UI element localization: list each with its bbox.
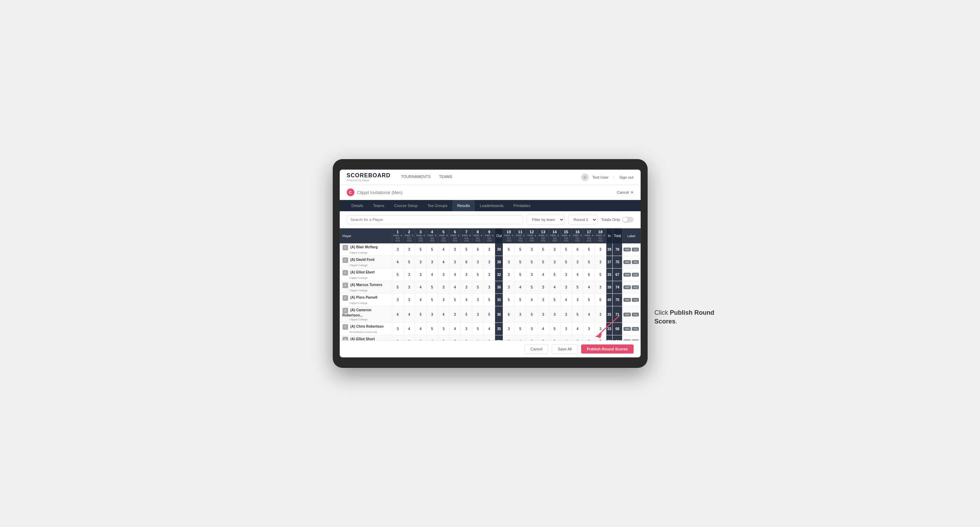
score-out-6[interactable]: 3 bbox=[449, 306, 461, 323]
dq-badge[interactable]: DQ bbox=[632, 260, 639, 264]
score-in-15[interactable]: 5 bbox=[560, 243, 572, 256]
score-out-6[interactable]: 3 bbox=[449, 256, 461, 268]
score-out-5[interactable]: 3 bbox=[438, 268, 449, 281]
score-out-4[interactable]: 4 bbox=[426, 268, 438, 281]
score-in-11[interactable]: 5 bbox=[515, 268, 526, 281]
score-out-8[interactable]: 5 bbox=[472, 268, 484, 281]
score-out-7[interactable]: 3 bbox=[461, 323, 473, 335]
score-in-18[interactable]: 3 bbox=[595, 243, 606, 256]
nav-tournaments[interactable]: TOURNAMENTS bbox=[401, 175, 431, 180]
publish-round-scores-button[interactable]: Publish Round Scores bbox=[581, 344, 633, 354]
score-in-15[interactable]: 3 bbox=[560, 268, 572, 281]
score-in-18[interactable]: 6 bbox=[595, 294, 606, 306]
wd-badge[interactable]: WD bbox=[624, 260, 631, 264]
score-in-15[interactable]: 3 bbox=[560, 323, 572, 335]
score-in-16[interactable]: 5 bbox=[572, 306, 583, 323]
score-out-5[interactable]: 3 bbox=[438, 281, 449, 294]
score-in-11[interactable]: 5 bbox=[515, 256, 526, 268]
score-out-9[interactable]: 5 bbox=[484, 294, 495, 306]
score-in-15[interactable]: 4 bbox=[560, 294, 572, 306]
score-out-5[interactable]: 4 bbox=[438, 243, 449, 256]
score-in-11[interactable]: 4 bbox=[515, 335, 526, 341]
score-out-5[interactable]: 3 bbox=[438, 294, 449, 306]
score-out-9[interactable]: 3 bbox=[484, 256, 495, 268]
score-out-4[interactable]: 3 bbox=[426, 306, 438, 323]
score-in-10[interactable]: 3 bbox=[503, 323, 515, 335]
score-out-2[interactable]: 3 bbox=[403, 243, 415, 256]
score-out-9[interactable]: 3 bbox=[484, 281, 495, 294]
score-out-6[interactable]: 5 bbox=[449, 335, 461, 341]
dq-badge[interactable]: DQ bbox=[632, 313, 639, 316]
score-in-17[interactable]: 5 bbox=[583, 294, 595, 306]
score-in-10[interactable]: 3 bbox=[503, 256, 515, 268]
nav-teams[interactable]: TEAMS bbox=[439, 175, 452, 180]
totals-only-toggle[interactable] bbox=[622, 217, 634, 222]
score-in-16[interactable]: 3 bbox=[572, 335, 583, 341]
score-out-3[interactable]: 5 bbox=[415, 306, 426, 323]
score-out-3[interactable]: 3 bbox=[415, 335, 426, 341]
score-out-4[interactable]: 5 bbox=[426, 294, 438, 306]
score-out-1[interactable]: 3 bbox=[392, 335, 403, 341]
score-out-2[interactable]: 4 bbox=[403, 323, 415, 335]
score-in-16[interactable]: 4 bbox=[572, 323, 583, 335]
score-in-13[interactable]: 4 bbox=[538, 268, 549, 281]
score-out-4[interactable]: 5 bbox=[426, 243, 438, 256]
score-in-13[interactable]: 5 bbox=[538, 335, 549, 341]
search-input[interactable] bbox=[347, 215, 523, 224]
cancel-button[interactable]: Cancel bbox=[525, 344, 548, 354]
score-in-10[interactable]: 5 bbox=[503, 294, 515, 306]
tab-printables[interactable]: Printables bbox=[508, 200, 535, 211]
score-out-2[interactable]: 3 bbox=[403, 281, 415, 294]
score-out-3[interactable]: 3 bbox=[415, 256, 426, 268]
score-out-7[interactable]: 3 bbox=[461, 268, 473, 281]
score-in-12[interactable]: 3 bbox=[526, 323, 538, 335]
score-out-9[interactable]: 5 bbox=[484, 306, 495, 323]
score-in-13[interactable]: 3 bbox=[538, 294, 549, 306]
dq-badge[interactable]: DQ bbox=[632, 327, 639, 331]
score-in-14[interactable]: 3 bbox=[549, 335, 560, 341]
score-in-10[interactable]: 6 bbox=[503, 306, 515, 323]
dq-badge[interactable]: DQ bbox=[632, 273, 639, 276]
dq-badge[interactable]: DQ bbox=[632, 248, 639, 251]
score-out-8[interactable]: 4 bbox=[472, 335, 484, 341]
score-out-5[interactable]: 3 bbox=[438, 323, 449, 335]
score-out-4[interactable]: 3 bbox=[426, 256, 438, 268]
tab-results[interactable]: Results bbox=[452, 200, 475, 211]
wd-badge[interactable]: WD bbox=[624, 298, 631, 302]
filter-team-select[interactable]: Filter by team bbox=[527, 215, 565, 224]
score-in-12[interactable]: 3 bbox=[526, 268, 538, 281]
score-in-17[interactable]: 5 bbox=[583, 256, 595, 268]
save-all-button[interactable]: Save All bbox=[552, 344, 578, 354]
score-out-2[interactable]: 3 bbox=[403, 268, 415, 281]
score-out-4[interactable]: 5 bbox=[426, 281, 438, 294]
score-out-5[interactable]: 4 bbox=[438, 256, 449, 268]
score-in-17[interactable]: 6 bbox=[583, 268, 595, 281]
score-in-10[interactable]: 3 bbox=[503, 281, 515, 294]
score-in-17[interactable]: 4 bbox=[583, 281, 595, 294]
score-in-13[interactable]: 5 bbox=[538, 243, 549, 256]
score-out-2[interactable]: 5 bbox=[403, 256, 415, 268]
score-in-12[interactable]: 4 bbox=[526, 294, 538, 306]
score-in-12[interactable]: 3 bbox=[526, 243, 538, 256]
score-out-8[interactable]: 3 bbox=[472, 306, 484, 323]
score-in-16[interactable]: 6 bbox=[572, 243, 583, 256]
score-out-2[interactable]: 4 bbox=[403, 306, 415, 323]
dq-badge[interactable]: DQ bbox=[632, 298, 639, 302]
score-out-6[interactable]: 4 bbox=[449, 281, 461, 294]
signout-link[interactable]: Sign out bbox=[619, 175, 633, 179]
wd-badge[interactable]: WD bbox=[624, 285, 631, 289]
score-in-16[interactable]: 4 bbox=[572, 268, 583, 281]
tab-course-setup[interactable]: Course Setup bbox=[390, 200, 423, 211]
score-in-17[interactable]: 5 bbox=[583, 243, 595, 256]
score-out-1[interactable]: 3 bbox=[392, 243, 403, 256]
score-in-18[interactable]: 5 bbox=[595, 268, 606, 281]
score-in-15[interactable]: 3 bbox=[560, 306, 572, 323]
round-select[interactable]: Round 3 bbox=[568, 215, 598, 224]
tab-teams[interactable]: Teams bbox=[368, 200, 389, 211]
score-out-9[interactable]: 3 bbox=[484, 243, 495, 256]
wd-badge[interactable]: WD bbox=[624, 248, 631, 251]
score-in-10[interactable]: 5 bbox=[503, 243, 515, 256]
score-out-1[interactable]: 3 bbox=[392, 323, 403, 335]
score-in-15[interactable]: 5 bbox=[560, 256, 572, 268]
score-out-8[interactable]: 3 bbox=[472, 294, 484, 306]
